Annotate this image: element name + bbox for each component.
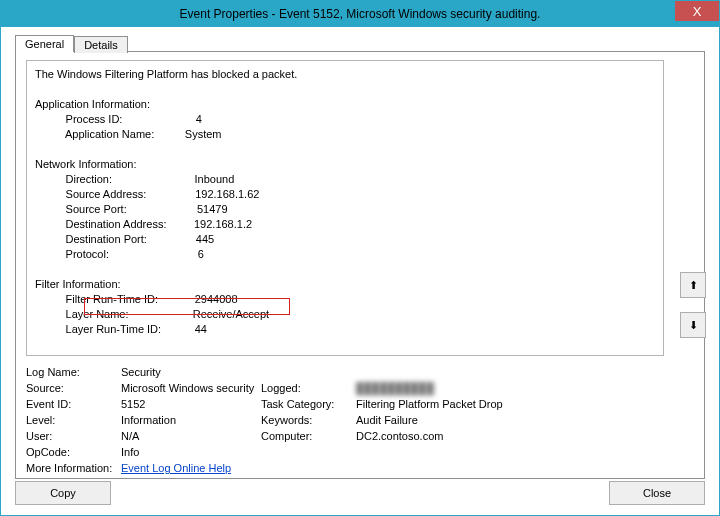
more-info-link[interactable]: Event Log Online Help [121,462,231,474]
dialog-button-row: Copy Close [15,481,705,505]
lbl: Layer Run-Time ID: [35,323,161,335]
row-direction: Direction: Inbound [35,172,655,187]
lbl: Destination Port: [35,233,147,245]
lbl: Source Address: [35,188,146,200]
task-category-value: Filtering Platform Packet Drop [356,398,556,410]
computer-label: Computer: [261,430,356,442]
next-event-button[interactable]: ⬇ [680,312,706,338]
row-filter-id: Filter Run-Time ID: 2944008 [35,292,655,307]
blank [35,82,655,97]
row-protocol: Protocol: 6 [35,247,655,262]
row-process-id: Process ID: 4 [35,112,655,127]
source-value: Microsoft Windows security [121,382,261,394]
keywords-label: Keywords: [261,414,356,426]
filter-info-header: Filter Information: [35,277,655,292]
keywords-value: Audit Failure [356,414,556,426]
task-category-label: Task Category: [261,398,356,410]
log-name-value: Security [121,366,556,378]
event-id-label: Event ID: [26,398,121,410]
logged-value: ██████████ [356,382,556,394]
val: 6 [198,248,204,260]
tab-strip: General Details [15,35,705,52]
lbl: Filter Run-Time ID: [35,293,158,305]
tab-general[interactable]: General [15,35,74,52]
row-dst-port: Destination Port: 445 [35,232,655,247]
close-icon: X [693,4,702,19]
row-app-name: Application Name: System [35,127,655,142]
desc-headline: The Windows Filtering Platform has block… [35,67,655,82]
arrow-up-icon: ⬆ [689,279,698,292]
level-label: Level: [26,414,121,426]
opcode-label: OpCode: [26,446,121,458]
tab-details[interactable]: Details [74,36,128,53]
blank [35,262,655,277]
dialog-body: General Details The Windows Filtering Pl… [15,35,705,505]
more-info-label: More Information: [26,462,121,474]
tab-panel-general: The Windows Filtering Platform has block… [15,51,705,479]
lbl: Destination Address: [35,218,166,230]
val: 192.168.1.62 [195,188,259,200]
event-description-box: The Windows Filtering Platform has block… [26,60,664,356]
close-button[interactable]: X [675,1,719,21]
close-dialog-button[interactable]: Close [609,481,705,505]
arrow-down-icon: ⬇ [689,319,698,332]
val: 2944008 [195,293,238,305]
window-frame: Event Properties - Event 5152, Microsoft… [0,0,720,516]
lbl: Source Port: [35,203,127,215]
lbl: Protocol: [35,248,109,260]
opcode-value: Info [121,446,556,458]
log-name-label: Log Name: [26,366,121,378]
event-metadata-grid: Log Name: Security Source: Microsoft Win… [26,366,694,474]
level-value: Information [121,414,261,426]
title-bar: Event Properties - Event 5152, Microsoft… [1,1,719,27]
user-value: N/A [121,430,261,442]
lbl: Process ID: [35,113,122,125]
row-src-port: Source Port: 51479 [35,202,655,217]
copy-button[interactable]: Copy [15,481,111,505]
net-info-header: Network Information: [35,157,655,172]
val: 44 [195,323,207,335]
user-label: User: [26,430,121,442]
source-label: Source: [26,382,121,394]
app-info-header: Application Information: [35,97,655,112]
val: 51479 [197,203,228,215]
row-layer-name: Layer Name: Receive/Accept [35,307,655,322]
val: Receive/Accept [193,308,269,320]
event-id-value: 5152 [121,398,261,410]
logged-label: Logged: [261,382,356,394]
row-layer-id: Layer Run-Time ID: 44 [35,322,655,337]
blank [35,142,655,157]
lbl: Direction: [35,173,112,185]
row-dst-addr: Destination Address: 192.168.1.2 [35,217,655,232]
val: 445 [196,233,214,245]
lbl: Layer Name: [35,308,129,320]
computer-value: DC2.contoso.com [356,430,556,442]
row-src-addr: Source Address: 192.168.1.62 [35,187,655,202]
val: Inbound [195,173,235,185]
val: 192.168.1.2 [194,218,252,230]
lbl: Application Name: [35,128,154,140]
nav-buttons: ⬆ ⬇ [680,272,706,338]
prev-event-button[interactable]: ⬆ [680,272,706,298]
val: System [185,128,222,140]
val: 4 [196,113,202,125]
window-title: Event Properties - Event 5152, Microsoft… [180,7,541,21]
